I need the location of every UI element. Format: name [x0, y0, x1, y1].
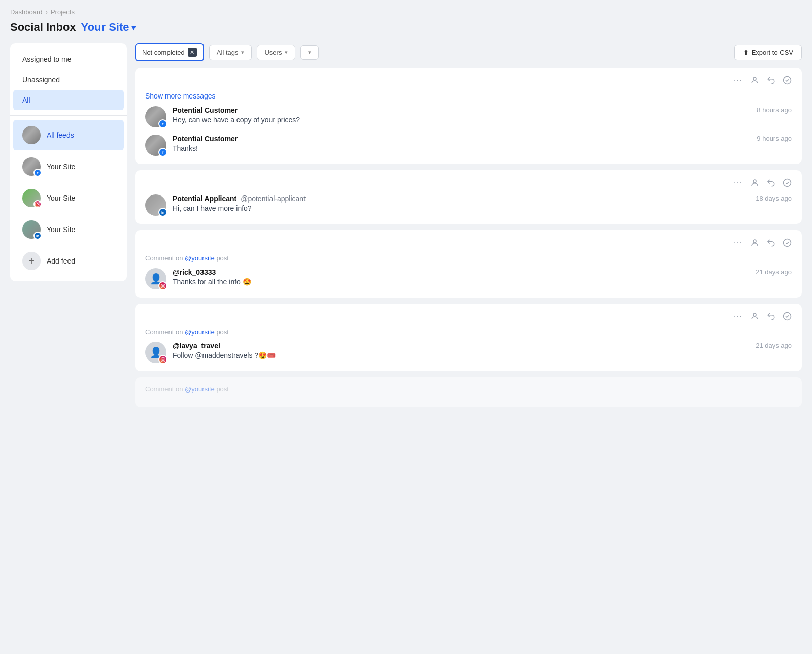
- assign-icon-2[interactable]: [750, 178, 759, 189]
- message-row-2: f Potential Customer 9 hours ago Thanks!: [145, 135, 792, 156]
- content-area: Not completed ✕ All tags ▾ Users ▾ ▾ ⬆ E…: [135, 43, 802, 646]
- msg-4-header: @rick_03333 21 days ago: [173, 268, 792, 276]
- fb-badge-icon: f: [33, 169, 42, 177]
- users-filter-label: Users: [264, 49, 282, 56]
- site-selector[interactable]: Your Site ▾: [81, 21, 136, 34]
- msg-1-sender: Potential Customer: [173, 106, 238, 114]
- sidebar-divider: [10, 115, 127, 116]
- reply-icon[interactable]: [766, 76, 775, 87]
- svg-rect-9: [161, 284, 165, 288]
- users-chevron-icon: ▾: [285, 49, 288, 56]
- svg-point-1: [37, 203, 38, 205]
- msg-5-header: @lavya_travel_ 21 days ago: [173, 342, 792, 350]
- svg-point-6: [784, 179, 791, 187]
- assign-icon-3[interactable]: [750, 238, 759, 249]
- message-card-2: ··· in: [135, 170, 802, 224]
- page-header: Social Inbox Your Site ▾: [10, 21, 802, 34]
- sidebar-item-add-feed[interactable]: + Add feed: [13, 246, 124, 276]
- card-5-at-link[interactable]: @yoursite: [185, 385, 215, 393]
- all-feeds-avatar-wrapper: [22, 126, 41, 144]
- msg-5-content: @lavya_travel_ 21 days ago Follow @madde…: [173, 342, 792, 361]
- sidebar-item-unassigned[interactable]: Unassigned: [13, 70, 124, 90]
- message-row-5: 👤 @lavya_travel_ 21 days ago Follow @mad…: [145, 342, 792, 363]
- svg-point-2: [39, 203, 39, 203]
- status-filter-chip[interactable]: Not completed ✕: [135, 43, 204, 61]
- sidebar-item-yoursite-fb[interactable]: f Your Site: [13, 151, 124, 182]
- sidebar-item-all-feeds[interactable]: All feeds: [13, 120, 124, 150]
- complete-icon[interactable]: [783, 76, 792, 87]
- breadcrumb-separator: ›: [46, 8, 48, 16]
- svg-point-10: [162, 285, 164, 287]
- msg-2-time: 9 hours ago: [757, 135, 792, 142]
- yoursite-li-avatar-wrapper: in: [22, 220, 41, 239]
- complete-icon-4[interactable]: [783, 312, 792, 323]
- msg-1-fb-badge: f: [158, 119, 167, 128]
- svg-rect-14: [161, 357, 165, 362]
- msg-5-time: 21 days ago: [756, 342, 792, 349]
- more-options-icon-3[interactable]: ···: [733, 238, 743, 249]
- msg-1-content: Potential Customer 8 hours ago Hey, can …: [173, 106, 792, 125]
- export-csv-button[interactable]: ⬆ Export to CSV: [734, 45, 802, 60]
- msg-4-content: @rick_03333 21 days ago Thanks for all t…: [173, 268, 792, 287]
- reply-icon-3[interactable]: [766, 238, 775, 249]
- card-1-actions: ···: [145, 76, 792, 87]
- yoursite-fb-avatar-wrapper: f: [22, 157, 41, 176]
- msg-3-header: Potential Applicant @potential-applicant…: [173, 194, 792, 203]
- sidebar-item-yoursite-ig[interactable]: Your Site: [13, 183, 124, 213]
- msg-2-text: Thanks!: [173, 144, 792, 154]
- msg-4-avatar: 👤: [145, 268, 166, 289]
- users-filter-dropdown[interactable]: Users ▾: [257, 45, 295, 60]
- app-container: Dashboard › Projects Social Inbox Your S…: [0, 0, 812, 654]
- reply-icon-4[interactable]: [766, 312, 775, 323]
- msg-5-ig-badge: [158, 355, 167, 364]
- msg-5-avatar: 👤: [145, 342, 166, 363]
- page-title: Social Inbox: [10, 21, 76, 34]
- msg-1-time: 8 hours ago: [757, 106, 792, 114]
- tags-filter-dropdown[interactable]: All tags ▾: [209, 45, 252, 60]
- msg-3-text: Hi, can I have more info?: [173, 204, 792, 214]
- msg-4-time: 21 days ago: [756, 268, 792, 276]
- more-options-icon-2[interactable]: ···: [733, 178, 743, 189]
- assign-icon-4[interactable]: [750, 312, 759, 323]
- message-row-3: in Potential Applicant @potential-applic…: [145, 194, 792, 216]
- svg-point-16: [164, 358, 164, 358]
- svg-point-7: [753, 240, 756, 243]
- sidebar-item-assigned[interactable]: Assigned to me: [13, 49, 124, 70]
- more-options-icon[interactable]: ···: [733, 76, 743, 87]
- message-card-5: Comment on @yoursite post: [135, 377, 802, 407]
- svg-point-4: [784, 77, 791, 84]
- card-4-at-link[interactable]: @yoursite: [185, 328, 215, 336]
- site-name: Your Site: [81, 21, 129, 34]
- main-layout: Assigned to me Unassigned All All feeds: [10, 43, 802, 646]
- svg-point-12: [753, 313, 756, 316]
- card-2-actions: ···: [145, 178, 792, 189]
- complete-icon-2[interactable]: [783, 178, 792, 189]
- msg-1-text: Hey, can we have a copy of your prices?: [173, 115, 792, 125]
- svg-point-8: [784, 239, 791, 247]
- card-3-actions: ···: [145, 238, 792, 249]
- breadcrumb-dashboard[interactable]: Dashboard: [10, 8, 43, 16]
- show-more-messages-link[interactable]: Show more messages: [145, 92, 216, 100]
- sidebar-item-yoursite-li[interactable]: in Your Site: [13, 214, 124, 245]
- more-options-icon-4[interactable]: ···: [733, 312, 743, 323]
- tags-chevron-icon: ▾: [241, 49, 244, 56]
- sidebar-item-all[interactable]: All: [13, 90, 124, 110]
- filter-bar: Not completed ✕ All tags ▾ Users ▾ ▾ ⬆ E…: [135, 43, 802, 61]
- breadcrumb-projects[interactable]: Projects: [51, 8, 75, 16]
- tags-filter-label: All tags: [217, 49, 239, 56]
- svg-point-3: [753, 77, 756, 80]
- breadcrumb: Dashboard › Projects: [10, 8, 802, 16]
- msg-3-sender: Potential Applicant @potential-applicant: [173, 194, 306, 203]
- complete-icon-3[interactable]: [783, 238, 792, 249]
- extra-filter-dropdown[interactable]: ▾: [300, 45, 319, 60]
- msg-2-sender: Potential Customer: [173, 135, 238, 143]
- msg-2-content: Potential Customer 9 hours ago Thanks!: [173, 135, 792, 154]
- reply-icon-2[interactable]: [766, 178, 775, 189]
- card-3-at-link[interactable]: @yoursite: [185, 254, 215, 262]
- assign-icon[interactable]: [750, 76, 759, 87]
- assignment-section: Assigned to me Unassigned All: [10, 48, 127, 111]
- msg-1-header: Potential Customer 8 hours ago: [173, 106, 792, 114]
- status-filter-close[interactable]: ✕: [188, 48, 197, 57]
- message-card-4: ··· Comment on @yoursite post: [135, 304, 802, 371]
- msg-3-handle: @potential-applicant: [241, 194, 306, 203]
